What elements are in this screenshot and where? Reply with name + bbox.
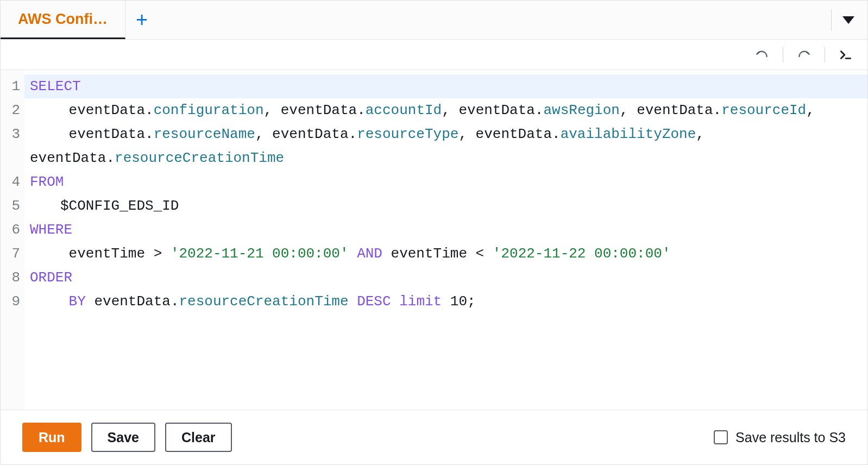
action-bar: Run Save Clear Save results to S3 [1, 410, 867, 464]
query-editor-app: AWS Confi… + 1 [0, 0, 868, 465]
line-number: 7 [1, 242, 24, 266]
save-to-s3-label: Save results to S3 [735, 430, 846, 445]
code-line: FROM [30, 170, 862, 194]
redo-button[interactable] [796, 47, 812, 62]
line-number: 3 [1, 122, 24, 146]
code-line: $CONFIG_EDS_ID [30, 194, 862, 218]
redo-icon [797, 48, 811, 62]
separator [831, 9, 832, 31]
sql-editor[interactable]: 1 2 3 4 5 6 7 8 9 SELECT eventData.confi… [1, 70, 867, 410]
tabs-dropdown-icon[interactable] [842, 16, 854, 24]
line-number: 6 [1, 218, 24, 242]
tab-bar: AWS Confi… + [1, 1, 867, 40]
code-line: eventData.configuration, eventData.accou… [30, 98, 862, 122]
separator [783, 47, 783, 62]
code-line: SELECT [30, 74, 862, 98]
editor-toolbar [1, 40, 867, 70]
code-area[interactable]: SELECT eventData.configuration, eventDat… [24, 70, 867, 410]
line-number: 5 [1, 194, 24, 218]
code-line: WHERE [30, 218, 862, 242]
run-button[interactable]: Run [22, 423, 81, 452]
plus-icon: + [136, 8, 148, 32]
clear-button[interactable]: Clear [165, 423, 232, 452]
line-number: 2 [1, 98, 24, 122]
line-number: 8 [1, 266, 24, 290]
tabbar-right [818, 1, 867, 39]
format-icon [839, 48, 853, 62]
line-gutter: 1 2 3 4 5 6 7 8 9 [1, 70, 24, 410]
save-button[interactable]: Save [91, 423, 155, 452]
code-line: eventData.resourceName, eventData.resour… [30, 122, 862, 170]
undo-icon [755, 48, 769, 62]
tab-active[interactable]: AWS Confi… [1, 1, 125, 39]
save-to-s3-group: Save results to S3 [714, 430, 846, 445]
line-number: 4 [1, 170, 24, 194]
format-button[interactable] [838, 47, 853, 62]
line-number: 1 [1, 74, 24, 98]
undo-button[interactable] [754, 47, 770, 62]
code-line: BY eventData.resourceCreationTime DESC l… [30, 290, 862, 313]
separator [825, 47, 825, 62]
save-to-s3-checkbox[interactable] [714, 430, 728, 444]
line-number-wrap [1, 146, 24, 170]
code-line: ORDER [30, 266, 862, 290]
line-number: 9 [1, 290, 24, 313]
add-tab-button[interactable]: + [125, 1, 158, 39]
code-line: eventTime > '2022-11-21 00:00:00' AND ev… [30, 242, 862, 266]
